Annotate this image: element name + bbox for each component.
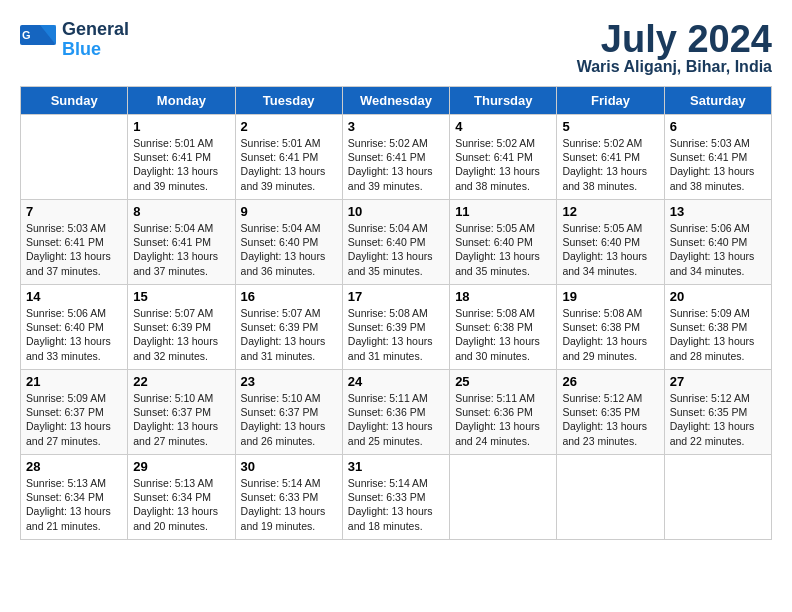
calendar-cell: 21Sunrise: 5:09 AM Sunset: 6:37 PM Dayli…	[21, 370, 128, 455]
calendar-cell: 27Sunrise: 5:12 AM Sunset: 6:35 PM Dayli…	[664, 370, 771, 455]
calendar-cell	[664, 455, 771, 540]
calendar-cell: 14Sunrise: 5:06 AM Sunset: 6:40 PM Dayli…	[21, 285, 128, 370]
day-number: 7	[26, 204, 122, 219]
day-info: Sunrise: 5:01 AM Sunset: 6:41 PM Dayligh…	[133, 136, 229, 193]
day-info: Sunrise: 5:08 AM Sunset: 6:38 PM Dayligh…	[562, 306, 658, 363]
day-info: Sunrise: 5:04 AM Sunset: 6:41 PM Dayligh…	[133, 221, 229, 278]
calendar-cell	[21, 115, 128, 200]
day-info: Sunrise: 5:11 AM Sunset: 6:36 PM Dayligh…	[455, 391, 551, 448]
day-number: 14	[26, 289, 122, 304]
dow-header-sunday: Sunday	[21, 87, 128, 115]
day-number: 1	[133, 119, 229, 134]
location: Waris Aliganj, Bihar, India	[577, 58, 772, 76]
day-info: Sunrise: 5:02 AM Sunset: 6:41 PM Dayligh…	[562, 136, 658, 193]
day-info: Sunrise: 5:12 AM Sunset: 6:35 PM Dayligh…	[562, 391, 658, 448]
day-number: 3	[348, 119, 444, 134]
day-info: Sunrise: 5:05 AM Sunset: 6:40 PM Dayligh…	[455, 221, 551, 278]
day-number: 17	[348, 289, 444, 304]
day-info: Sunrise: 5:05 AM Sunset: 6:40 PM Dayligh…	[562, 221, 658, 278]
calendar-week-2: 7Sunrise: 5:03 AM Sunset: 6:41 PM Daylig…	[21, 200, 772, 285]
calendar-cell: 11Sunrise: 5:05 AM Sunset: 6:40 PM Dayli…	[450, 200, 557, 285]
dow-header-saturday: Saturday	[664, 87, 771, 115]
calendar-cell: 8Sunrise: 5:04 AM Sunset: 6:41 PM Daylig…	[128, 200, 235, 285]
day-info: Sunrise: 5:01 AM Sunset: 6:41 PM Dayligh…	[241, 136, 337, 193]
calendar-cell: 13Sunrise: 5:06 AM Sunset: 6:40 PM Dayli…	[664, 200, 771, 285]
dow-header-wednesday: Wednesday	[342, 87, 449, 115]
calendar-cell: 22Sunrise: 5:10 AM Sunset: 6:37 PM Dayli…	[128, 370, 235, 455]
day-info: Sunrise: 5:08 AM Sunset: 6:39 PM Dayligh…	[348, 306, 444, 363]
calendar-cell: 23Sunrise: 5:10 AM Sunset: 6:37 PM Dayli…	[235, 370, 342, 455]
day-info: Sunrise: 5:14 AM Sunset: 6:33 PM Dayligh…	[241, 476, 337, 533]
day-number: 24	[348, 374, 444, 389]
logo-icon: G	[20, 25, 56, 55]
day-number: 26	[562, 374, 658, 389]
day-info: Sunrise: 5:02 AM Sunset: 6:41 PM Dayligh…	[348, 136, 444, 193]
day-info: Sunrise: 5:04 AM Sunset: 6:40 PM Dayligh…	[348, 221, 444, 278]
calendar-cell: 1Sunrise: 5:01 AM Sunset: 6:41 PM Daylig…	[128, 115, 235, 200]
calendar-cell: 25Sunrise: 5:11 AM Sunset: 6:36 PM Dayli…	[450, 370, 557, 455]
calendar-week-4: 21Sunrise: 5:09 AM Sunset: 6:37 PM Dayli…	[21, 370, 772, 455]
calendar-table: SundayMondayTuesdayWednesdayThursdayFrid…	[20, 86, 772, 540]
day-number: 27	[670, 374, 766, 389]
day-number: 9	[241, 204, 337, 219]
calendar-cell: 30Sunrise: 5:14 AM Sunset: 6:33 PM Dayli…	[235, 455, 342, 540]
day-number: 30	[241, 459, 337, 474]
calendar-cell: 6Sunrise: 5:03 AM Sunset: 6:41 PM Daylig…	[664, 115, 771, 200]
day-number: 20	[670, 289, 766, 304]
day-number: 16	[241, 289, 337, 304]
dow-header-thursday: Thursday	[450, 87, 557, 115]
calendar-week-1: 1Sunrise: 5:01 AM Sunset: 6:41 PM Daylig…	[21, 115, 772, 200]
day-number: 11	[455, 204, 551, 219]
title-block: July 2024 Waris Aliganj, Bihar, India	[577, 20, 772, 76]
day-info: Sunrise: 5:12 AM Sunset: 6:35 PM Dayligh…	[670, 391, 766, 448]
day-number: 10	[348, 204, 444, 219]
calendar-cell: 31Sunrise: 5:14 AM Sunset: 6:33 PM Dayli…	[342, 455, 449, 540]
day-info: Sunrise: 5:07 AM Sunset: 6:39 PM Dayligh…	[133, 306, 229, 363]
day-number: 28	[26, 459, 122, 474]
day-number: 4	[455, 119, 551, 134]
calendar-cell: 18Sunrise: 5:08 AM Sunset: 6:38 PM Dayli…	[450, 285, 557, 370]
day-info: Sunrise: 5:13 AM Sunset: 6:34 PM Dayligh…	[133, 476, 229, 533]
calendar-cell	[557, 455, 664, 540]
calendar-cell: 19Sunrise: 5:08 AM Sunset: 6:38 PM Dayli…	[557, 285, 664, 370]
calendar-cell: 29Sunrise: 5:13 AM Sunset: 6:34 PM Dayli…	[128, 455, 235, 540]
day-number: 6	[670, 119, 766, 134]
day-number: 22	[133, 374, 229, 389]
calendar-cell: 20Sunrise: 5:09 AM Sunset: 6:38 PM Dayli…	[664, 285, 771, 370]
day-number: 12	[562, 204, 658, 219]
day-info: Sunrise: 5:07 AM Sunset: 6:39 PM Dayligh…	[241, 306, 337, 363]
calendar-body: 1Sunrise: 5:01 AM Sunset: 6:41 PM Daylig…	[21, 115, 772, 540]
day-info: Sunrise: 5:13 AM Sunset: 6:34 PM Dayligh…	[26, 476, 122, 533]
calendar-cell: 26Sunrise: 5:12 AM Sunset: 6:35 PM Dayli…	[557, 370, 664, 455]
calendar-cell: 16Sunrise: 5:07 AM Sunset: 6:39 PM Dayli…	[235, 285, 342, 370]
calendar-cell: 3Sunrise: 5:02 AM Sunset: 6:41 PM Daylig…	[342, 115, 449, 200]
day-info: Sunrise: 5:08 AM Sunset: 6:38 PM Dayligh…	[455, 306, 551, 363]
month-title: July 2024	[577, 20, 772, 58]
day-number: 8	[133, 204, 229, 219]
day-number: 19	[562, 289, 658, 304]
day-number: 13	[670, 204, 766, 219]
day-info: Sunrise: 5:10 AM Sunset: 6:37 PM Dayligh…	[133, 391, 229, 448]
day-number: 18	[455, 289, 551, 304]
day-number: 21	[26, 374, 122, 389]
calendar-cell	[450, 455, 557, 540]
calendar-cell: 9Sunrise: 5:04 AM Sunset: 6:40 PM Daylig…	[235, 200, 342, 285]
calendar-cell: 7Sunrise: 5:03 AM Sunset: 6:41 PM Daylig…	[21, 200, 128, 285]
day-info: Sunrise: 5:11 AM Sunset: 6:36 PM Dayligh…	[348, 391, 444, 448]
day-number: 15	[133, 289, 229, 304]
calendar-cell: 28Sunrise: 5:13 AM Sunset: 6:34 PM Dayli…	[21, 455, 128, 540]
day-info: Sunrise: 5:03 AM Sunset: 6:41 PM Dayligh…	[670, 136, 766, 193]
day-info: Sunrise: 5:03 AM Sunset: 6:41 PM Dayligh…	[26, 221, 122, 278]
days-of-week-row: SundayMondayTuesdayWednesdayThursdayFrid…	[21, 87, 772, 115]
calendar-cell: 4Sunrise: 5:02 AM Sunset: 6:41 PM Daylig…	[450, 115, 557, 200]
day-number: 29	[133, 459, 229, 474]
day-number: 31	[348, 459, 444, 474]
day-info: Sunrise: 5:04 AM Sunset: 6:40 PM Dayligh…	[241, 221, 337, 278]
logo-text: General Blue	[62, 20, 129, 60]
calendar-cell: 15Sunrise: 5:07 AM Sunset: 6:39 PM Dayli…	[128, 285, 235, 370]
dow-header-tuesday: Tuesday	[235, 87, 342, 115]
day-number: 2	[241, 119, 337, 134]
calendar-cell: 17Sunrise: 5:08 AM Sunset: 6:39 PM Dayli…	[342, 285, 449, 370]
day-info: Sunrise: 5:06 AM Sunset: 6:40 PM Dayligh…	[670, 221, 766, 278]
calendar-cell: 2Sunrise: 5:01 AM Sunset: 6:41 PM Daylig…	[235, 115, 342, 200]
